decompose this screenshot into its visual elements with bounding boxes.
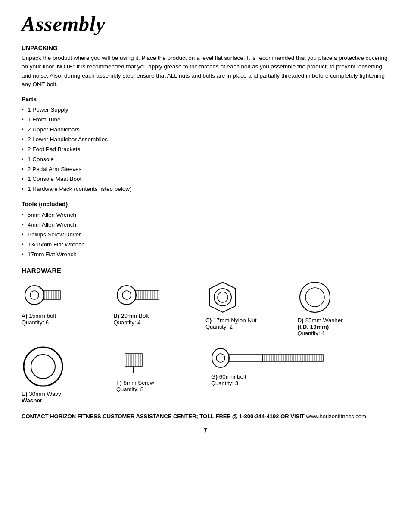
unpacking-heading: UNPACKING — [22, 44, 389, 51]
tools-list: 5mm Allen Wrench 4mm Allen Wrench Philli… — [22, 210, 389, 260]
svg-point-31 — [300, 282, 330, 312]
svg-point-30 — [218, 292, 228, 302]
hw-qty-b: Quantity: 4 — [114, 319, 141, 326]
list-item: 2 Foot Pad Brackets — [22, 145, 389, 155]
list-item: 17mm Flat Wrench — [22, 250, 389, 260]
hardware-item-g: G) 60mm bolt Quantity: 3 — [211, 345, 349, 386]
hw-label-b: B) 20mm Bolt — [114, 313, 149, 319]
hw-label-c: C) 17mm Nylon Nut — [206, 317, 257, 324]
washer-small-icon — [298, 280, 332, 314]
list-item: 1 Hardware Pack (contents listed below) — [22, 184, 389, 194]
list-item: 1 Console — [22, 155, 389, 165]
note-label: NOTE: — [57, 63, 75, 70]
svg-point-29 — [214, 289, 231, 306]
hw-qty-c: Quantity: 2 — [206, 324, 233, 330]
hw-label-f: F) 8mm Screw — [116, 380, 154, 386]
hardware-row-1: A) 15mm bolt Quantity: 6 B) 20mm Bolt Q — [22, 280, 389, 336]
bolt-long-icon — [211, 345, 332, 371]
hardware-item-a: A) 15mm bolt Quantity: 6 — [22, 280, 114, 326]
nylon-nut-icon — [206, 280, 240, 314]
list-item: 1 Console Mast Boot — [22, 174, 389, 184]
parts-list: 1 Power Supply 1 Front Tube 2 Upper Hand… — [22, 105, 389, 194]
hw-qty-d: Quantity: 4 — [298, 330, 325, 336]
page-number: 7 — [22, 427, 389, 435]
hw-label-d: D) 25mm Washer — [298, 317, 343, 324]
svg-point-1 — [30, 291, 39, 299]
contact-footer: CONTACT HORIZON FITNESS CUSTOMER ASSISTA… — [22, 412, 389, 421]
tools-heading: Tools (included) — [22, 201, 389, 208]
hw-label-a: A) 15mm bolt — [22, 313, 56, 319]
svg-point-46 — [212, 348, 229, 367]
svg-point-32 — [305, 288, 324, 307]
svg-point-34 — [31, 355, 55, 379]
list-item: Phillips Screw Driver — [22, 230, 389, 240]
list-item: 2 Upper Handlebars — [22, 125, 389, 135]
bolt-small-icon — [22, 280, 65, 310]
hw-label-e: E) 30mm Wavy — [22, 391, 61, 397]
parts-heading: Parts — [22, 96, 389, 103]
svg-point-13 — [122, 291, 131, 299]
hardware-item-e: E) 30mm Wavy Washer — [22, 345, 116, 404]
list-item: 2 Pedal Arm Sleeves — [22, 165, 389, 174]
svg-rect-49 — [263, 355, 323, 361]
hw-label-g: G) 60mm bolt — [211, 373, 246, 380]
list-item: 5mm Allen Wrench — [22, 210, 389, 220]
hardware-item-c: C) 17mm Nylon Nut Quantity: 2 — [206, 280, 298, 330]
list-item: 2 Lower Handlebar Assemblies — [22, 135, 389, 145]
hw-qty-f: Quantity: 8 — [116, 386, 143, 392]
hardware-row-2: E) 30mm Wavy Washer F) 8mm Screw Quantit… — [22, 345, 389, 404]
svg-point-0 — [25, 286, 44, 305]
washer-large-icon — [22, 345, 65, 388]
hw-qty-g: Quantity: 3 — [211, 380, 238, 386]
hw-label-e2: Washer — [22, 397, 42, 404]
svg-point-12 — [117, 286, 136, 305]
hardware-item-b: B) 20mm Bolt Quantity: 4 — [114, 280, 206, 326]
svg-rect-48 — [228, 355, 263, 361]
bolt-medium-icon — [114, 280, 165, 310]
page-title: Assembly — [22, 12, 389, 36]
list-item: 1 Front Tube — [22, 115, 389, 125]
hardware-item-f: F) 8mm Screw Quantity: 8 — [116, 345, 211, 392]
contact-website[interactable]: www.horizonfitness.com — [306, 413, 366, 420]
list-item: 13/15mm Flat Wrench — [22, 240, 389, 250]
screw-icon — [116, 345, 151, 380]
list-item: 1 Power Supply — [22, 105, 389, 115]
hardware-item-d: D) 25mm Washer (I.D. 10mm) Quantity: 4 — [298, 280, 390, 336]
hw-label-d2: (I.D. 10mm) — [298, 324, 329, 330]
hardware-heading: HARDWARE — [22, 267, 389, 274]
unpacking-text: Unpack the product where you will be usi… — [22, 54, 389, 89]
hw-qty-a: Quantity: 6 — [22, 319, 49, 326]
svg-point-47 — [216, 354, 225, 362]
svg-point-33 — [24, 347, 62, 386]
top-rule — [22, 9, 389, 9]
list-item: 4mm Allen Wrench — [22, 220, 389, 230]
